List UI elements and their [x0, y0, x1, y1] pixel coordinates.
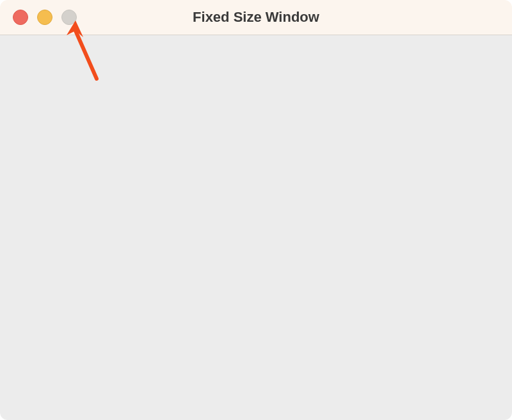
window-title: Fixed Size Window — [0, 9, 512, 26]
minimize-button[interactable] — [37, 10, 52, 25]
traffic-lights — [0, 10, 77, 25]
window-content — [0, 35, 512, 420]
close-button[interactable] — [13, 10, 28, 25]
application-window: Fixed Size Window — [0, 0, 512, 420]
zoom-button — [61, 10, 77, 25]
titlebar: Fixed Size Window — [0, 0, 512, 35]
